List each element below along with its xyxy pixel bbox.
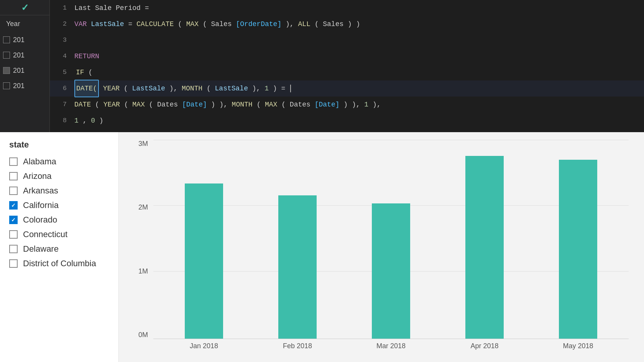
year-rows: 201 201 201 201 [0,31,49,95]
line-content-4: RETURN [74,48,638,64]
checkmark-icon: ✓ [21,2,29,13]
line-content-2: VAR LastSale = CALCULATE ( MAX ( Sales [… [74,16,638,32]
checkmark-area: ✓ [0,0,49,15]
code-line-4: 4 RETURN [50,48,644,64]
filter-checkbox-delaware[interactable] [9,245,18,253]
chart-inner: Jan 2018 Feb 2018 Mar 2018 Apr 2018 May … [153,140,629,354]
filter-checkbox-arkansas[interactable] [9,187,18,195]
bar-group-may [531,140,625,339]
bar-group-apr [438,140,531,339]
filter-item-connecticut[interactable]: Connecticut [0,227,118,242]
line-content-7: DATE ( YEAR ( MAX ( Dates [Date] ) ), MO… [74,97,638,113]
code-line-2: 2 VAR LastSale = CALCULATE ( MAX ( Sales… [50,16,644,32]
chart-container: 3M 2M 1M 0M [130,140,629,354]
year-number-4: 201 [13,82,25,90]
filter-label: state [0,140,118,154]
x-label-jan: Jan 2018 [157,342,251,354]
filter-item-dc[interactable]: District of Columbia [0,256,118,271]
y-label-2m: 2M [138,203,148,211]
line-num-8: 8 [56,113,67,129]
line-content-8: 1 , 0 ) [74,113,638,129]
line-content-5: IF ( [74,64,638,80]
year-label: Year [0,15,49,31]
code-line-7: 7 DATE ( YEAR ( MAX ( Dates [Date] ) ), … [50,97,644,113]
line-content-6: DATE( YEAR ( LastSale ), MONTH ( LastSal… [74,80,638,97]
line-num-6: 6 [56,80,67,97]
year-checkbox-1[interactable] [3,36,10,43]
chart-area: 3M 2M 1M 0M [119,132,644,362]
filter-panel: state Alabama Arizona Arkansas Californi… [0,132,119,362]
line-num-5: 5 [56,64,67,80]
code-line-3: 3 [50,32,644,48]
x-label-mar: Mar 2018 [344,342,438,354]
y-label-0m: 0M [138,331,148,339]
filter-checkbox-colorado[interactable] [9,216,18,224]
filter-item-delaware[interactable]: Delaware [0,242,118,256]
bar-feb [278,195,317,339]
filter-checkbox-california[interactable] [9,201,18,210]
year-number-3: 201 [13,67,25,75]
y-label-1m: 1M [138,267,148,275]
year-checkbox-2[interactable] [3,52,10,59]
filter-checkbox-connecticut[interactable] [9,230,18,239]
line-num-1: 1 [56,0,67,16]
bar-apr [465,156,504,339]
bars-container [153,140,629,339]
filter-item-arkansas[interactable]: Arkansas [0,183,118,198]
filter-item-alabama[interactable]: Alabama [0,154,118,169]
filter-text-arizona: Arizona [23,171,52,181]
code-line-5: 5 IF ( [50,64,644,80]
x-label-feb: Feb 2018 [251,342,344,354]
filter-list: Alabama Arizona Arkansas California Colo… [0,154,118,271]
y-label-3m: 3M [138,140,148,148]
year-row-1[interactable]: 201 [0,33,49,47]
line-content-1: Last Sale Period = [74,0,638,16]
bar-group-feb [251,140,344,339]
line-num-4: 4 [56,48,67,64]
bar-group-mar [344,140,438,339]
x-label-apr: Apr 2018 [438,342,531,354]
line-num-7: 7 [56,97,67,113]
year-checkbox-3[interactable] [3,67,10,74]
bottom-area: state Alabama Arizona Arkansas Californi… [0,132,644,362]
year-row-2[interactable]: 201 [0,48,49,62]
filter-item-colorado[interactable]: Colorado [0,213,118,227]
x-label-may: May 2018 [531,342,625,354]
year-row-3[interactable]: 201 [0,63,49,78]
bar-may [559,160,597,339]
filter-text-alabama: Alabama [23,157,56,167]
code-line-1: 1 Last Sale Period = [50,0,644,16]
line-content-3 [74,32,638,48]
filter-text-delaware: Delaware [23,244,59,254]
filter-text-dc: District of Columbia [23,259,96,269]
code-editor: ✓ Year 201 201 201 201 1 [0,0,644,132]
code-line-8: 8 1 , 0 ) [50,113,644,129]
filter-text-colorado: Colorado [23,215,57,225]
code-content[interactable]: 1 Last Sale Period = 2 VAR LastSale = CA… [50,0,644,132]
x-labels: Jan 2018 Feb 2018 Mar 2018 Apr 2018 May … [153,339,629,354]
code-line-6: 6 DATE( YEAR ( LastSale ), MONTH ( LastS… [50,80,644,97]
line-num-3: 3 [56,32,67,48]
code-left-panel: ✓ Year 201 201 201 201 [0,0,50,132]
bar-jan [185,183,223,339]
filter-item-california[interactable]: California [0,198,118,213]
date-highlight: DATE( [74,80,99,97]
bar-mar [372,203,410,339]
bar-group-jan [157,140,251,339]
filter-text-california: California [23,200,59,210]
chart-grid [153,140,629,339]
year-number-1: 201 [13,36,25,44]
filter-checkbox-dc[interactable] [9,259,18,268]
year-row-4[interactable]: 201 [0,79,49,93]
filter-text-arkansas: Arkansas [23,186,58,196]
year-number-2: 201 [13,51,25,59]
y-axis: 3M 2M 1M 0M [130,140,153,354]
line-num-2: 2 [56,16,67,32]
filter-text-connecticut: Connecticut [23,229,67,239]
filter-item-arizona[interactable]: Arizona [0,169,118,183]
filter-checkbox-alabama[interactable] [9,157,18,166]
year-checkbox-4[interactable] [3,82,10,89]
filter-checkbox-arizona[interactable] [9,172,18,180]
text-cursor [290,85,291,92]
